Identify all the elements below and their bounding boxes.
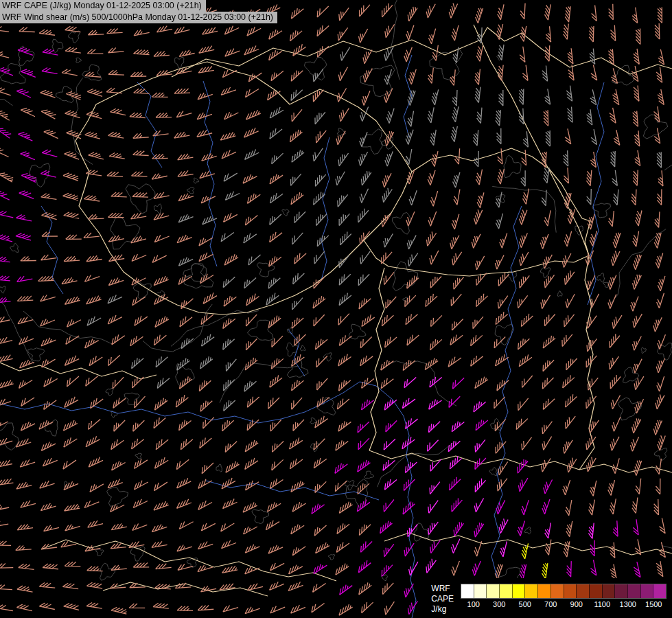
legend-tick-labels: 100300500700900110013001500 [461, 600, 667, 610]
legend-title-param: CAPE [431, 594, 454, 604]
legend-title: WRF CAPE J/kg [431, 584, 454, 615]
legend-swatch [564, 584, 577, 598]
legend-swatch [537, 584, 551, 598]
legend-swatch [461, 584, 474, 598]
legend-scale: 100300500700900110013001500 [461, 584, 667, 610]
legend-swatch [499, 584, 512, 598]
legend-title-unit: J/kg [431, 604, 454, 615]
weather-map-stage: WRF CAPE (J/kg) Monday 01-12-2025 03:00 … [0, 0, 672, 618]
legend-tick: 900 [570, 600, 583, 608]
legend-tick: 1300 [620, 600, 636, 608]
map-header: WRF CAPE (J/kg) Monday 01-12-2025 03:00 … [0, 0, 277, 23]
wind-barb-map-canvas [0, 0, 672, 618]
legend-tick: 700 [544, 600, 557, 608]
legend-swatch [474, 584, 487, 598]
legend-tick: 100 [467, 600, 480, 608]
legend-swatch [640, 584, 653, 598]
legend-swatch [614, 584, 627, 598]
legend-tick: 1100 [594, 600, 610, 608]
legend-color-bar [461, 584, 667, 599]
legend-swatch [551, 584, 564, 598]
legend-swatch [486, 584, 499, 598]
legend-swatch [627, 584, 640, 598]
legend-swatch [524, 584, 537, 598]
legend-swatch [653, 584, 666, 598]
legend-tick: 300 [493, 600, 505, 608]
legend-tick: 1500 [645, 600, 662, 608]
cape-legend: WRF CAPE J/kg 10030050070090011001300150… [421, 578, 672, 618]
map-title-cape: WRF CAPE (J/kg) Monday 01-12-2025 03:00 … [0, 0, 206, 12]
legend-swatch [512, 584, 525, 598]
legend-swatch [602, 584, 615, 598]
legend-tick: 500 [519, 600, 531, 608]
legend-title-model: WRF [431, 584, 454, 594]
legend-swatch [589, 584, 602, 598]
legend-swatch [576, 584, 589, 598]
map-title-wind-shear: WRF Wind shear (m/s) 500/1000hPa Monday … [0, 12, 277, 23]
